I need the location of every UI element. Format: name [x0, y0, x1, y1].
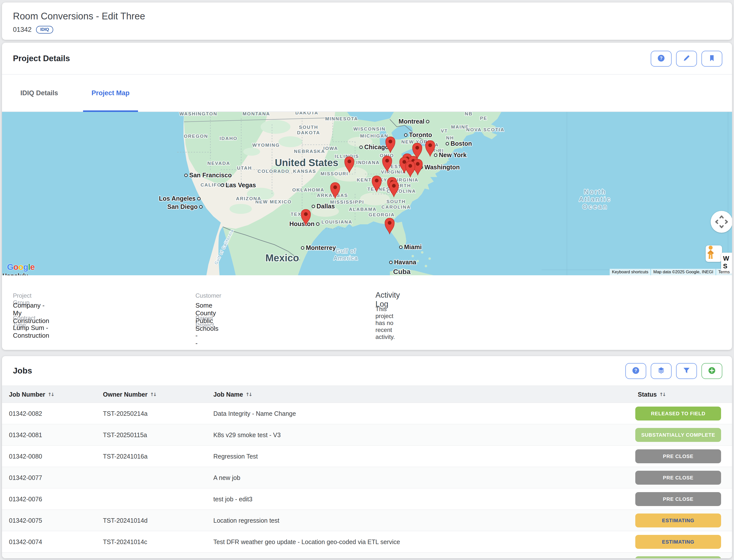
status-badge: ESTIMATING — [635, 513, 721, 527]
map-city-label: Boston — [451, 140, 472, 147]
map-label: NEVADA — [207, 161, 230, 166]
table-row[interactable]: 01342-0074TST-20241014cTest DFR weather … — [2, 531, 732, 553]
tab-idiq-details[interactable]: IDIQ Details — [12, 75, 67, 111]
table-row-partial[interactable] — [2, 553, 732, 558]
page-title: Room Conversions - Edit Three — [13, 11, 145, 22]
jobs-header: Jobs ? — [2, 356, 732, 386]
sort-icon[interactable]: ↑↓ — [150, 392, 156, 397]
column-header-label: Owner Number — [103, 391, 147, 398]
jobs-title: Jobs — [13, 366, 32, 375]
project-details-actions: ? — [651, 43, 722, 75]
jobs-actions: ? — [625, 356, 722, 386]
field-value: --- — [195, 324, 198, 347]
map-label: WISCONSIN — [353, 126, 386, 132]
project-map[interactable]: WASHINGTONMONTANADAKOTAMINNESOTAOREGONID… — [2, 112, 732, 275]
column-header-job-number[interactable]: Job Number↑↓ — [9, 386, 54, 403]
owner-number-cell: TST-20250214a — [103, 403, 147, 424]
job-name-cell: Data Integrity - Name Change — [213, 403, 296, 424]
map-label: DAKOTA — [297, 130, 320, 135]
map-label: NB — [465, 112, 473, 116]
map-label: SOUTH — [386, 199, 406, 204]
sort-icon[interactable]: ↑↓ — [245, 392, 251, 397]
layers-button[interactable] — [651, 363, 672, 379]
status-badge — [635, 556, 721, 558]
help-button[interactable]: ? — [625, 363, 646, 379]
status-badge: ESTIMATING — [635, 535, 721, 549]
tab-project-map[interactable]: Project Map — [83, 75, 138, 111]
owner-number-cell: TST-20250115a — [103, 424, 147, 446]
job-number-cell: 01342-0082 — [9, 403, 42, 424]
table-row[interactable]: 01342-0080TST-20241016aRegression TestPR… — [2, 446, 732, 467]
google-logo[interactable]: Google — [7, 262, 35, 272]
project-details-card: Project Details ? IDIQ DetailsProject Ma… — [2, 43, 732, 350]
table-row[interactable]: 01342-0082TST-20250214aData Integrity - … — [2, 403, 732, 424]
map-data-attribution[interactable]: Map data ©2025 Google, INEGI — [651, 269, 715, 275]
column-header-owner-number[interactable]: Owner Number↑↓ — [103, 386, 156, 403]
column-header-label: Job Name — [213, 391, 243, 398]
project-details-tabbar: IDIQ DetailsProject Map — [2, 75, 732, 112]
bookmark-button[interactable] — [701, 51, 722, 67]
map-label: KANSAS — [293, 169, 316, 174]
map-label: DAKOTA — [295, 112, 318, 115]
sort-icon[interactable]: ↑↓ — [48, 392, 54, 397]
column-header-status[interactable]: Status↑↓ — [638, 386, 665, 403]
map-label: COLORADO — [258, 169, 289, 174]
jobs-table-header: Job Number↑↓Owner Number↑↓Job Name↑↓Stat… — [2, 386, 732, 403]
help-icon: ? — [632, 367, 640, 375]
map-label: WASHINGTON — [180, 112, 218, 116]
job-name-cell: Regression Test — [213, 446, 258, 467]
table-row[interactable]: 01342-0075TST-20241014dLocation regressi… — [2, 510, 732, 531]
map-label: VIRGINIA — [381, 169, 406, 175]
job-number-cell: 01342-0077 — [9, 467, 42, 488]
map-label: IOWA — [323, 146, 338, 151]
page-header-card: Room Conversions - Edit Three 01342 IDIQ — [2, 2, 732, 40]
map-label: INDIANA — [356, 160, 380, 165]
map-city-label: Montreal — [399, 118, 424, 125]
table-row[interactable]: 01342-0076test job - edit3PRE CLOSE — [2, 488, 732, 510]
map-label: North — [584, 188, 606, 195]
map-label: NEBRASKA — [294, 149, 325, 154]
filter-icon — [683, 367, 690, 375]
status-badge: PRE CLOSE — [635, 449, 721, 463]
keyboard-shortcuts-link[interactable]: Keyboard shortcuts — [610, 269, 650, 275]
pegman-control[interactable] — [706, 245, 722, 262]
map-label: NH — [446, 135, 454, 140]
map-label: MISSISSIPPI — [330, 199, 364, 205]
edit-button[interactable] — [676, 51, 697, 67]
activity-log-empty-message: This project has no recent activity. — [375, 306, 395, 340]
add-button[interactable] — [701, 363, 722, 379]
page: { "header": { "title": "Room Conversions… — [0, 0, 734, 560]
map-label: GEORGIA — [368, 212, 395, 217]
map-label: LOUISIANA — [321, 219, 352, 225]
map-city-label: New York — [439, 151, 467, 158]
map-city-label: San Diego — [167, 203, 198, 210]
project-info-section: Project Group Company - My Construction … — [2, 275, 732, 350]
help-button[interactable]: ? — [651, 51, 672, 67]
job-name-cell: K8s v29 smoke test - V3 — [213, 424, 281, 446]
map-city-label: Dallas — [317, 203, 335, 210]
google-logo-letter: o — [13, 262, 18, 272]
cutoff-letter-1: W — [723, 255, 732, 262]
terms-link[interactable]: Terms — [716, 269, 732, 275]
map-label: Atlantic — [579, 196, 611, 203]
map-label: PE — [480, 116, 487, 121]
map-label: Ocean — [582, 203, 608, 210]
map-city-label: Washington — [424, 164, 460, 171]
pegman-icon — [706, 245, 716, 259]
job-number-cell: 01342-0074 — [9, 531, 42, 553]
map-city-label: Miami — [404, 243, 422, 250]
map-canvas: WASHINGTONMONTANADAKOTAMINNESOTAOREGONID… — [2, 112, 732, 275]
job-name-cell: Test DFR weather geo update - Location g… — [213, 531, 400, 553]
svg-text:?: ? — [635, 368, 637, 373]
map-pan-control[interactable] — [711, 211, 732, 233]
column-header-label: Job Number — [9, 391, 45, 398]
project-details-title: Project Details — [13, 54, 70, 63]
filter-button[interactable] — [676, 363, 697, 379]
table-row[interactable]: 01342-0081TST-20250115aK8s v29 smoke tes… — [2, 424, 732, 446]
column-header-job-name[interactable]: Job Name↑↓ — [213, 386, 251, 403]
job-number-cell: 01342-0080 — [9, 446, 42, 467]
sort-icon[interactable]: ↑↓ — [659, 392, 665, 397]
jobs-card: Jobs ? Job Number↑↓Owner Number↑↓Job Nam… — [2, 356, 732, 558]
job-number-cell: 01342-0081 — [9, 424, 42, 446]
table-row[interactable]: 01342-0077A new jobPRE CLOSE — [2, 467, 732, 488]
